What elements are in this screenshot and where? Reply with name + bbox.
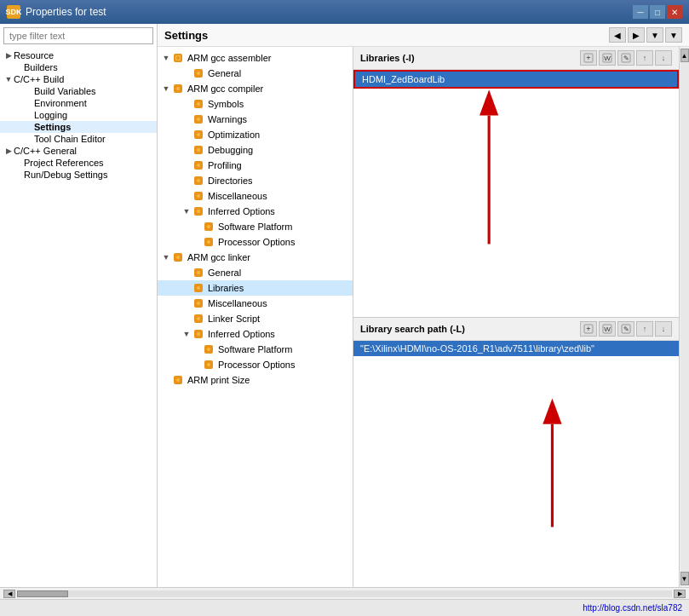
svg-text:W: W: [604, 325, 611, 333]
gear-icon: [192, 143, 205, 157]
settings-tree-linker-script[interactable]: Linker Script: [158, 311, 353, 326]
settings-tree-sw-platform-linker[interactable]: Software Platform: [158, 342, 353, 357]
url-text: http://blog.csdn.net/sla782: [583, 603, 682, 613]
tree-item-logging[interactable]: Logging: [0, 109, 157, 121]
scroll-bar[interactable]: [17, 590, 672, 597]
main-window: ▶ Resource Builders ▼ C/C++ Build Build …: [0, 24, 689, 616]
scroll-track: [680, 62, 689, 572]
tree-item-project-references[interactable]: Project References: [0, 157, 157, 169]
scroll-right-button[interactable]: ▶: [674, 590, 686, 598]
tree-item-build-variables[interactable]: Build Variables: [0, 85, 157, 97]
settings-title: Settings: [164, 29, 609, 42]
maximize-button[interactable]: □: [650, 5, 665, 19]
svg-point-6: [176, 87, 180, 90]
svg-point-4: [197, 72, 200, 75]
tree-item-cpp-general[interactable]: ▶ C/C++ General: [0, 145, 157, 157]
content-area: ▶ Resource Builders ▼ C/C++ Build Build …: [0, 24, 689, 587]
settings-nav: ◀ ▶ ▼ ▼: [609, 27, 682, 43]
settings-tree-general-asm[interactable]: General: [158, 66, 353, 81]
left-tree: ▶ Resource Builders ▼ C/C++ Build Build …: [0, 48, 157, 587]
settings-tree-misc-linker[interactable]: Miscellaneous: [158, 296, 353, 311]
tree-item-resource[interactable]: ▶ Resource: [0, 49, 157, 61]
svg-point-16: [197, 164, 200, 167]
path-up-button[interactable]: ↑: [636, 321, 653, 337]
gear-icon: [192, 327, 205, 341]
svg-text:↑: ↑: [643, 54, 647, 62]
scroll-left-button[interactable]: ◀: [3, 590, 15, 598]
tree-item-cpp-build[interactable]: ▼ C/C++ Build: [0, 73, 157, 85]
gear-icon: [171, 51, 185, 65]
settings-tree-proc-options-comp[interactable]: Processor Options: [158, 234, 353, 250]
close-button[interactable]: ✕: [667, 5, 682, 19]
settings-tree-libraries[interactable]: Libraries: [158, 280, 353, 296]
path-add-button[interactable]: +: [580, 321, 597, 337]
gear-icon: [202, 235, 215, 249]
properties-wrapper: Libraries (-l) + W ✎: [353, 47, 679, 587]
library-item-hdmi[interactable]: HDMI_ZedBoardLib: [353, 70, 679, 89]
title-bar: SDK Properties for test ─ □ ✕: [0, 0, 689, 24]
svg-point-30: [197, 271, 200, 274]
path-down-button[interactable]: ↓: [655, 321, 672, 337]
svg-text:↑: ↑: [643, 325, 647, 333]
gear-icon: [192, 66, 205, 80]
scroll-up-button[interactable]: ▲: [680, 49, 689, 62]
library-path-header: Library search path (-L) + W ✎: [353, 318, 679, 341]
settings-tree-proc-options-linker[interactable]: Processor Options: [158, 357, 353, 372]
libraries-add-workspace-button[interactable]: W: [599, 50, 616, 66]
nav-forward-button[interactable]: ▶: [628, 27, 645, 43]
settings-tree-arm-print-size[interactable]: ARM print Size: [158, 372, 353, 388]
minimize-button[interactable]: ─: [633, 5, 648, 19]
settings-tree-general-linker[interactable]: General: [158, 265, 353, 280]
settings-tree-arm-gcc-linker[interactable]: ▼ ARM gcc linker: [158, 250, 353, 265]
libraries-add-button[interactable]: +: [580, 50, 597, 66]
svg-text:+: +: [586, 325, 590, 333]
gear-icon: [171, 373, 185, 387]
svg-text:↓: ↓: [662, 54, 666, 62]
window-title: Properties for test: [26, 6, 633, 18]
nav-back-button[interactable]: ◀: [609, 27, 626, 43]
settings-tree-profiling[interactable]: Profiling: [158, 158, 353, 173]
left-panel: ▶ Resource Builders ▼ C/C++ Build Build …: [0, 24, 158, 587]
settings-tree-misc-comp[interactable]: Miscellaneous: [158, 188, 353, 204]
tree-item-tool-chain-editor[interactable]: Tool Chain Editor: [0, 133, 157, 145]
settings-tree-sw-platform-comp[interactable]: Software Platform: [158, 219, 353, 234]
library-path-item[interactable]: "E:\Xilinx\HDMI\no-OS-2016_R1\adv7511\li…: [353, 341, 679, 356]
gear-icon: [202, 358, 215, 371]
svg-text:+: +: [586, 54, 590, 62]
gear-icon: [202, 343, 215, 356]
libraries-section: Libraries (-l) + W ✎: [353, 47, 679, 318]
scrollbar[interactable]: ▲ ▼: [679, 47, 689, 587]
settings-tree-arm-gcc-assembler[interactable]: ▼ ARM gcc assembler: [158, 50, 353, 66]
path-add-workspace-button[interactable]: W: [599, 321, 616, 337]
settings-tree-arm-gcc-compiler[interactable]: ▼ ARM gcc compiler: [158, 81, 353, 96]
settings-tree-inferred-linker[interactable]: ▼ Inferred Options: [158, 326, 353, 342]
filter-input[interactable]: [3, 27, 153, 44]
tree-item-builders[interactable]: Builders: [0, 61, 157, 73]
library-path-list: "E:\Xilinx\HDMI\no-OS-2016_R1\adv7511\li…: [353, 341, 679, 588]
tree-item-run-debug[interactable]: Run/Debug Settings: [0, 169, 157, 181]
settings-tree-inferred-comp[interactable]: ▼ Inferred Options: [158, 204, 353, 219]
expand-icon: [24, 134, 34, 144]
library-path-title: Library search path (-L): [360, 324, 580, 334]
tree-item-settings[interactable]: Settings: [0, 121, 157, 133]
right-panel: Settings ◀ ▶ ▼ ▼ ▼: [158, 24, 689, 587]
settings-top-bar: Settings ◀ ▶ ▼ ▼: [158, 24, 689, 47]
libraries-up-button[interactable]: ↑: [636, 50, 653, 66]
settings-tree-warnings[interactable]: Warnings: [158, 112, 353, 127]
libraries-title: Libraries (-l): [360, 53, 580, 63]
nav-dropdown2-button[interactable]: ▼: [665, 27, 682, 43]
libraries-list: HDMI_ZedBoardLib: [353, 70, 679, 317]
scroll-thumb[interactable]: [17, 590, 68, 597]
settings-tree-debugging[interactable]: Debugging: [158, 142, 353, 158]
libraries-down-button[interactable]: ↓: [655, 50, 672, 66]
settings-tree-directories[interactable]: Directories: [158, 173, 353, 188]
svg-point-24: [207, 225, 210, 228]
settings-tree-symbols[interactable]: Symbols: [158, 96, 353, 112]
gear-icon: [192, 128, 205, 141]
settings-tree-optimization[interactable]: Optimization: [158, 127, 353, 142]
scroll-down-button[interactable]: ▼: [680, 572, 689, 585]
path-edit-button[interactable]: ✎: [617, 321, 634, 337]
nav-dropdown-button[interactable]: ▼: [646, 27, 663, 43]
tree-item-environment[interactable]: Environment: [0, 97, 157, 109]
libraries-edit-button[interactable]: ✎: [617, 50, 634, 66]
